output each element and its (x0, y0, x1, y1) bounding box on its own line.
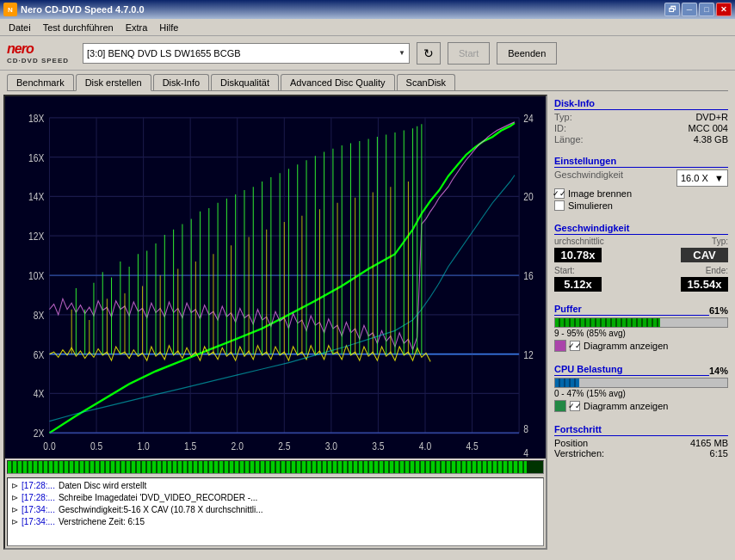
log-area: ⊳ [17:28:... Daten Disc wird erstellt ⊳ … (7, 477, 544, 546)
restore-button[interactable]: 🗗 (664, 3, 680, 16)
menu-hilfe[interactable]: Hilfe (154, 21, 183, 34)
svg-text:1.0: 1.0 (137, 440, 149, 452)
svg-text:18X: 18X (28, 113, 45, 124)
disk-id-value: MCC 004 (689, 123, 728, 133)
start-ende-labels: Start: Ende: (554, 266, 728, 275)
verstrichen-label: Verstrichen: (554, 448, 604, 458)
tab-disk-info[interactable]: Disk-Info (153, 74, 209, 90)
title-bar-buttons[interactable]: 🗗 ─ □ ✕ (664, 3, 732, 16)
geschwindigkeit-row: Geschwindigkeit 16.0 X ▼ (554, 169, 728, 187)
start-button[interactable]: Start (448, 42, 490, 65)
disk-typ-row: Typ: DVD+R (554, 112, 728, 122)
menu-test[interactable]: Test durchführen (38, 21, 119, 34)
log-time-1: [17:28:... (22, 492, 55, 504)
drive-selector[interactable]: [3:0] BENQ DVD LS DW1655 BCGB ▼ (83, 43, 410, 64)
menu-extra[interactable]: Extra (120, 21, 153, 34)
tab-disk-erstellen[interactable]: Disk erstellen (76, 74, 151, 91)
speed-select[interactable]: 16.0 X ▼ (676, 169, 728, 187)
log-entry-2: ⊳ [17:34:... Geschwindigkeit:5-16 X CAV … (11, 504, 540, 516)
disk-laenge-label: Länge: (554, 134, 584, 145)
right-panel: Disk-Info Typ: DVD+R ID: MCC 004 Länge: … (551, 95, 732, 550)
ende-label: Ende: (706, 266, 728, 275)
svg-text:4X: 4X (34, 389, 45, 400)
combo-arrow-icon: ▼ (398, 49, 405, 57)
end-button[interactable]: Beenden (497, 42, 557, 65)
avg-typ-values: 10.78x CAV (554, 248, 728, 262)
start-speed-box: 5.12x (554, 277, 602, 292)
start-label: Start: (554, 266, 575, 275)
cpu-diagramm-checkbox[interactable]: ✓ (570, 401, 580, 411)
speed-value: 16.0 X (681, 173, 708, 183)
svg-text:4: 4 (523, 447, 528, 458)
drive-label: [3:0] BENQ DVD LS DW1655 BCGB (87, 48, 241, 58)
log-time-0: [17:28:... (22, 480, 55, 492)
simulieren-label: Simulieren (568, 200, 613, 211)
einstellungen-section: Einstellungen Geschwindigkeit 16.0 X ▼ ✓… (551, 152, 732, 216)
menu-datei[interactable]: Datei (3, 21, 36, 34)
cpu-bar (554, 378, 728, 388)
log-entry-0: ⊳ [17:28:... Daten Disc wird erstellt (11, 480, 540, 492)
tab-bar: Benchmark Disk erstellen Disk-Info Diskq… (0, 71, 735, 90)
simulieren-checkbox[interactable] (554, 200, 565, 211)
logo-nero: nero (7, 41, 34, 57)
geschwindigkeit-header: Geschwindigkeit (554, 223, 728, 235)
title-bar-left: N Nero CD-DVD Speed 4.7.0.0 (3, 3, 145, 16)
logo-sub: CD·DVD SPEED (7, 57, 69, 65)
maximize-button[interactable]: □ (699, 3, 714, 16)
cpu-bar-fill (555, 378, 579, 387)
svg-text:16X: 16X (28, 152, 45, 163)
svg-text:1.5: 1.5 (184, 440, 196, 452)
log-text-1: Schreibe Imagedatei 'DVD_VIDEO_RECORDER … (59, 492, 257, 504)
svg-text:14X: 14X (28, 191, 45, 202)
chart-panel: 18X 16X 14X 12X 10X 8X 6X 4X 2X 24 20 16… (3, 95, 547, 550)
svg-text:0.0: 0.0 (43, 440, 55, 452)
log-time-3: [17:34:... (22, 516, 55, 528)
simulieren-row[interactable]: Simulieren (554, 200, 728, 211)
svg-text:4.5: 4.5 (466, 440, 478, 452)
puffer-range: 9 - 95% (85% avg) (554, 329, 728, 338)
svg-text:6X: 6X (34, 349, 45, 360)
cav-box: CAV (681, 248, 728, 262)
minimize-button[interactable]: ─ (682, 3, 697, 16)
ende-speed-box: 15.54x (681, 277, 728, 292)
disk-typ-label: Typ: (554, 112, 572, 122)
puffer-diagramm-label: Diagramm anzeigen (584, 341, 668, 351)
durchschnitt-label: urchschnittlic (554, 237, 604, 246)
chart-container: 18X 16X 14X 12X 10X 8X 6X 4X 2X 24 20 16… (5, 96, 546, 458)
title-bar: N Nero CD-DVD Speed 4.7.0.0 🗗 ─ □ ✕ (0, 0, 735, 19)
cpu-diagramm-row[interactable]: ✓ Diagramm anzeigen (554, 400, 728, 412)
puffer-diagramm-checkbox[interactable]: ✓ (570, 341, 580, 351)
app-icon: N (3, 3, 17, 16)
avg-speed-box: 10.78x (554, 248, 602, 262)
svg-text:3.5: 3.5 (372, 440, 384, 452)
disk-typ-value: DVD+R (695, 112, 728, 122)
disk-laenge-row: Länge: 4.38 GB (554, 134, 728, 145)
svg-rect-0 (5, 96, 546, 458)
cpu-diagramm-label: Diagramm anzeigen (584, 401, 668, 411)
einstellungen-header: Einstellungen (554, 156, 728, 168)
tab-benchmark[interactable]: Benchmark (7, 74, 74, 90)
tab-scandisk[interactable]: ScanDisk (397, 74, 455, 90)
close-button[interactable]: ✕ (716, 3, 732, 16)
fortschritt-header: Fortschritt (554, 424, 728, 436)
puffer-diagramm-row[interactable]: ✓ Diagramm anzeigen (554, 340, 728, 352)
tab-diskqualitat[interactable]: Diskqualität (211, 74, 279, 90)
tab-advanced-disc-quality[interactable]: Advanced Disc Quality (281, 74, 395, 90)
chart-svg: 18X 16X 14X 12X 10X 8X 6X 4X 2X 24 20 16… (5, 96, 546, 458)
log-text-3: Verstrichene Zeit: 6:15 (59, 516, 145, 528)
disk-laenge-value: 4.38 GB (694, 134, 728, 145)
progress-fill (8, 461, 527, 473)
image-brennen-row[interactable]: ✓ Image brennen (554, 188, 728, 199)
log-time-2: [17:34:... (22, 504, 55, 516)
cpu-range: 0 - 47% (15% avg) (554, 389, 728, 398)
log-text-2: Geschwindigkeit:5-16 X CAV (10.78 X durc… (59, 504, 263, 516)
position-value: 4165 MB (690, 438, 728, 448)
puffer-percentage: 61% (709, 305, 728, 316)
disk-info-header: Disk-Info (554, 98, 728, 110)
refresh-button[interactable]: ↻ (417, 42, 441, 65)
log-arrow-2: ⊳ (11, 504, 18, 516)
log-entry-3: ⊳ [17:34:... Verstrichene Zeit: 6:15 (11, 516, 540, 528)
puffer-bar-fill (555, 318, 660, 327)
svg-text:2.5: 2.5 (278, 440, 290, 452)
image-brennen-checkbox[interactable]: ✓ (554, 188, 565, 199)
